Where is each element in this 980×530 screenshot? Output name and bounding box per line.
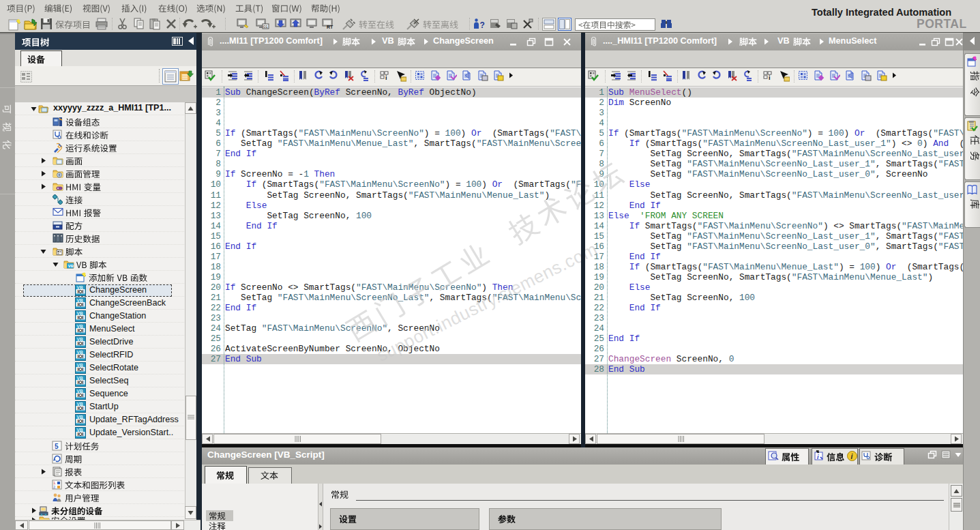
svg-text:IOI: IOI <box>77 328 83 333</box>
svg-text:IOI: IOI <box>77 302 83 307</box>
svg-text:RT: RT <box>327 25 333 29</box>
svg-text:IOI: IOI <box>77 406 83 411</box>
svg-text:IOI: IOI <box>77 289 83 294</box>
svg-text:IOI: IOI <box>77 419 83 424</box>
svg-text:IOI: IOI <box>77 393 83 398</box>
svg-text:01: 01 <box>263 25 268 29</box>
svg-text:i: i <box>385 74 387 81</box>
svg-text:2.: 2. <box>53 485 57 489</box>
svg-text:IOI: IOI <box>77 315 83 320</box>
svg-text:i: i <box>851 453 853 460</box>
svg-text:VB: VB <box>68 264 74 268</box>
svg-text:?: ? <box>480 20 485 30</box>
svg-text:5: 5 <box>55 443 59 450</box>
svg-text:IOI: IOI <box>77 432 83 437</box>
svg-text:IOI: IOI <box>77 367 83 372</box>
svg-text:i: i <box>769 74 771 81</box>
svg-text:IOI: IOI <box>77 341 83 346</box>
svg-text:IOI: IOI <box>77 380 83 385</box>
svg-text:IOI: IOI <box>77 354 83 359</box>
